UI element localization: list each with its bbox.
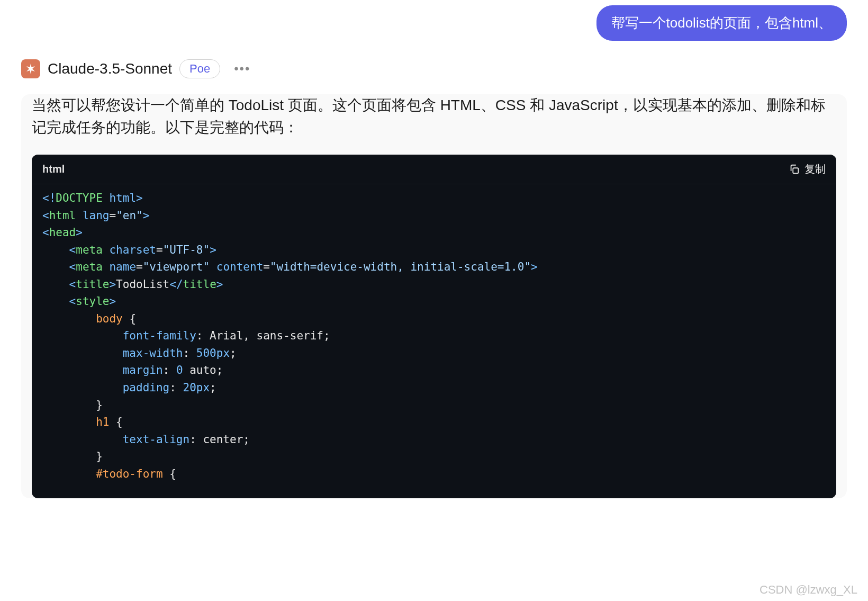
code-language-label: html [42, 163, 65, 175]
response-text: 当然可以帮您设计一个简单的 TodoList 页面。这个页面将包含 HTML、C… [21, 94, 847, 155]
assistant-header: Claude-3.5-Sonnet Poe ••• [21, 59, 847, 78]
assistant-avatar [21, 59, 40, 78]
more-options-button[interactable]: ••• [234, 61, 250, 76]
platform-badge[interactable]: Poe [179, 59, 220, 78]
user-message-text: 帮写一个todolist的页面，包含html、 [611, 15, 833, 31]
user-message-bubble: 帮写一个todolist的页面，包含html、 [596, 5, 847, 41]
code-header: html 复制 [32, 155, 836, 184]
assistant-response: 当然可以帮您设计一个简单的 TodoList 页面。这个页面将包含 HTML、C… [21, 94, 847, 498]
code-content: <!DOCTYPE html> <html lang="en"> <head> … [32, 184, 836, 498]
copy-icon [789, 164, 800, 175]
claude-logo-icon [24, 62, 37, 75]
assistant-name: Claude-3.5-Sonnet [48, 60, 172, 77]
copy-label: 复制 [804, 162, 826, 176]
svg-rect-0 [793, 168, 798, 173]
code-block: html 复制 <!DOCTYPE html> <html lang="en">… [32, 155, 836, 498]
copy-button[interactable]: 复制 [789, 162, 826, 176]
